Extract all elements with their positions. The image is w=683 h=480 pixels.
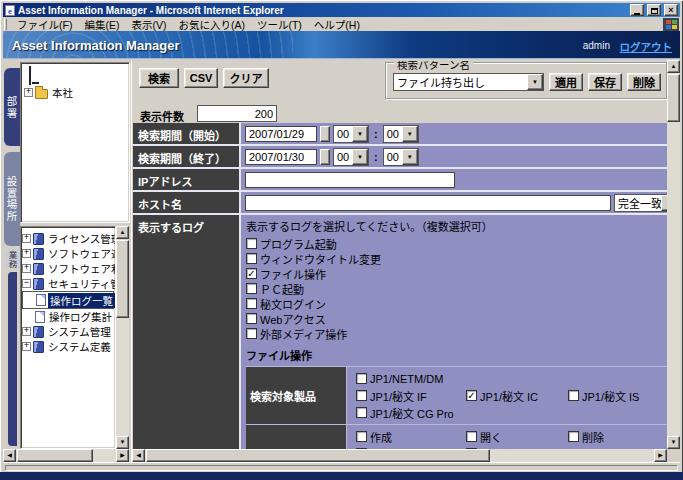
- checkbox[interactable]: [356, 407, 367, 418]
- menu-tools[interactable]: ツール(T): [251, 17, 308, 32]
- scroll-down-button[interactable]: ▼: [667, 436, 680, 449]
- app-banner: Asset Information Manager admin ログアウト: [3, 31, 680, 59]
- checkbox[interactable]: [356, 373, 367, 384]
- host-name-label: ホスト名: [133, 192, 239, 213]
- expand-plus-icon[interactable]: +: [22, 249, 31, 258]
- chevron-down-icon[interactable]: ▼: [352, 126, 368, 142]
- collapse-minus-icon[interactable]: −: [22, 279, 31, 288]
- display-count-input[interactable]: [197, 105, 277, 122]
- menu-help[interactable]: ヘルプ(H): [308, 17, 366, 32]
- scrollbar-thumb[interactable]: [146, 449, 490, 462]
- tree-item-software-usage[interactable]: + ソフトウェア利用: [22, 261, 114, 276]
- period-start-hour-select[interactable]: 00 ▼: [333, 125, 369, 143]
- menu-favorites[interactable]: お気に入り(A): [172, 17, 251, 32]
- expand-plus-icon[interactable]: +: [22, 342, 31, 351]
- calendar-picker-button[interactable]: [320, 149, 330, 165]
- scroll-down-button[interactable]: ▼: [116, 436, 129, 449]
- close-button[interactable]: ×: [664, 4, 678, 16]
- tab-department[interactable]: 部署: [4, 68, 20, 146]
- checkbox[interactable]: [246, 238, 257, 249]
- menu-view[interactable]: 表示(V): [125, 17, 172, 32]
- main-vertical-scrollbar[interactable]: ▲ ▼: [667, 60, 680, 449]
- minimize-button[interactable]: [630, 4, 644, 16]
- checkbox[interactable]: [246, 253, 257, 264]
- logs-row: 表示するログを選択してください。（複数選択可） プログラム起動 ウィンドウタイト…: [241, 215, 667, 449]
- apply-button[interactable]: 適用: [549, 73, 583, 91]
- checkbox[interactable]: [466, 431, 477, 442]
- tree-item-license-mgmt[interactable]: + ライセンス管理: [22, 231, 114, 246]
- product-hibun-cgpro: JP1/秘文 CG Pro: [356, 405, 466, 420]
- tree-item-security-mgmt[interactable]: − セキュリティ管理: [22, 276, 114, 291]
- checkbox[interactable]: [568, 390, 579, 401]
- book-icon: [33, 278, 44, 290]
- expand-plus-icon[interactable]: +: [22, 234, 31, 243]
- tree-item-system-mgmt[interactable]: + システム管理: [22, 324, 114, 339]
- menu-file[interactable]: ファイル(F): [11, 17, 78, 32]
- time-colon: :: [374, 151, 378, 163]
- network-computer-icon: [29, 67, 31, 84]
- checkbox[interactable]: [356, 431, 367, 442]
- tree-item-operation-log-list[interactable]: 操作ログ一覧: [22, 291, 114, 309]
- checkbox[interactable]: [246, 313, 257, 324]
- book-icon: [33, 326, 44, 338]
- expand-plus-icon[interactable]: +: [24, 88, 33, 97]
- scroll-left-button[interactable]: ◀: [3, 449, 16, 462]
- checkbox[interactable]: [246, 328, 257, 339]
- scrollbar-thumb[interactable]: [667, 74, 680, 122]
- period-end-date-input[interactable]: [245, 149, 317, 165]
- logout-link[interactable]: ログアウト: [620, 39, 673, 54]
- calendar-picker-button[interactable]: [320, 126, 330, 142]
- tree-item-head-office[interactable]: + 本社: [24, 85, 126, 100]
- tree-item-operation-log-summary[interactable]: 操作ログ集計: [22, 309, 114, 324]
- ip-address-input[interactable]: [245, 172, 455, 188]
- tab-tasks[interactable]: 業務: [5, 250, 19, 268]
- menu-edit[interactable]: 編集(E): [78, 17, 125, 32]
- period-end-hour-select[interactable]: 00 ▼: [333, 148, 369, 166]
- browser-window: e Asset Information Manager - Microsoft …: [0, 0, 683, 480]
- main-horizontal-scrollbar[interactable]: ◀ ▶: [132, 449, 667, 462]
- period-start-minute-select[interactable]: 00 ▼: [383, 125, 419, 143]
- delete-button[interactable]: 削除: [627, 73, 661, 91]
- search-button[interactable]: 検索: [139, 68, 179, 88]
- search-pattern-legend: 検索パターン名: [394, 61, 473, 72]
- scroll-right-button[interactable]: ▶: [654, 449, 667, 462]
- checkbox[interactable]: [356, 390, 367, 401]
- tab-location[interactable]: 設置場所: [4, 152, 20, 246]
- tree-item-system-define[interactable]: + システム定義: [22, 339, 114, 354]
- chevron-down-icon[interactable]: ▼: [402, 126, 418, 142]
- csv-button[interactable]: CSV: [184, 68, 218, 88]
- checkbox[interactable]: [466, 390, 477, 401]
- save-button[interactable]: 保存: [588, 73, 622, 91]
- maximize-button[interactable]: [647, 4, 661, 16]
- host-name-input[interactable]: [245, 195, 611, 211]
- sidebar-horizontal-scrollbar[interactable]: ◀ ▶: [3, 449, 129, 462]
- folder-icon: [35, 89, 48, 99]
- sidebar-vertical-scrollbar[interactable]: ▲ ▼: [116, 226, 129, 449]
- scroll-up-button[interactable]: ▲: [667, 60, 680, 73]
- scroll-up-button[interactable]: ▲: [116, 226, 129, 239]
- book-icon: [33, 341, 44, 353]
- period-start-date-input[interactable]: [245, 126, 317, 142]
- menu-grip-handle[interactable]: [4, 19, 7, 30]
- scroll-right-button[interactable]: ▶: [116, 449, 129, 462]
- scrollbar-thumb[interactable]: [116, 240, 129, 318]
- chevron-down-icon[interactable]: ▼: [402, 149, 418, 165]
- expand-plus-icon[interactable]: +: [22, 264, 31, 273]
- period-start-row: 00 ▼ : 00 ▼: [241, 123, 667, 144]
- chevron-down-icon[interactable]: ▼: [352, 149, 368, 165]
- checkbox[interactable]: [246, 298, 257, 309]
- scroll-left-button[interactable]: ◀: [132, 449, 145, 462]
- chevron-down-icon[interactable]: ▼: [527, 74, 543, 90]
- match-type-select[interactable]: 完全一致 ▼: [614, 194, 667, 212]
- tree-item-software-apply[interactable]: + ソフトウェア適用: [22, 246, 114, 261]
- checkbox[interactable]: [568, 431, 579, 442]
- book-icon: [33, 263, 44, 275]
- expand-plus-icon[interactable]: +: [22, 327, 31, 336]
- period-end-minute-select[interactable]: 00 ▼: [383, 148, 419, 166]
- scrollbar-thumb[interactable]: [17, 449, 93, 462]
- window-bottom-edge: [0, 472, 683, 480]
- checkbox[interactable]: [246, 283, 257, 294]
- clear-button[interactable]: クリア: [223, 68, 269, 88]
- checkbox[interactable]: [246, 268, 257, 279]
- search-pattern-select[interactable]: ファイル持ち出し ▼: [393, 73, 544, 91]
